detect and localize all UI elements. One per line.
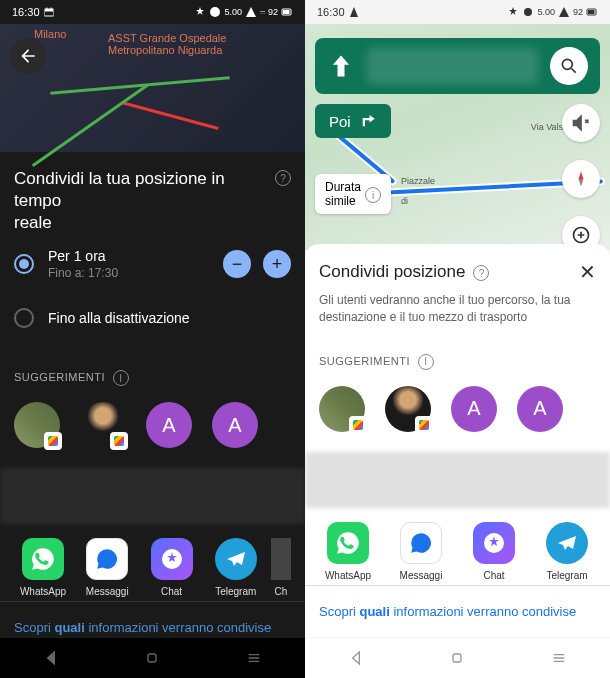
map-area[interactable]: Via Valsolda Piazzale Santorre di Poi Du… (305, 24, 610, 250)
more-icon (271, 538, 291, 580)
avatar[interactable] (14, 402, 60, 448)
maps-badge-icon (110, 432, 128, 450)
mute-icon (571, 113, 591, 133)
app-whatsapp[interactable]: WhatsApp (14, 538, 72, 597)
telegram-icon (546, 522, 588, 564)
map-label-hospital: ASST Grande Ospedale Metropolitano Nigua… (108, 32, 226, 56)
android-nav (305, 638, 610, 678)
increase-button[interactable]: + (263, 250, 291, 278)
map-label-milano: Milano (34, 28, 66, 40)
suggestions-header: SUGGERIMENTI i (14, 368, 291, 386)
screen-light: 16:30 5.00 92 Via Valsolda Piazzale Sant… (305, 0, 610, 678)
svg-rect-1 (283, 10, 290, 14)
suggestions-header: SUGGERIMENTI i (319, 352, 596, 370)
maps-badge-icon (415, 416, 433, 434)
search-button[interactable] (550, 47, 588, 85)
status-bar: 16:30 5.00 ⎓ 92 (0, 0, 305, 24)
app-chat[interactable]: Chat (143, 538, 201, 597)
avatar[interactable] (385, 386, 431, 432)
chat-icon (151, 538, 193, 580)
app-messaggi[interactable]: Messaggi (78, 538, 136, 597)
nav-recent[interactable] (242, 646, 266, 670)
status-time: 16:30 (317, 6, 345, 18)
svg-rect-8 (453, 654, 461, 662)
telegram-icon (215, 538, 257, 580)
turn-right-icon (359, 112, 377, 130)
app-telegram[interactable]: Telegram (207, 538, 265, 597)
svg-point-3 (524, 8, 532, 16)
app-telegram[interactable]: Telegram (538, 522, 596, 581)
arrow-up-icon (327, 52, 355, 80)
footer-link[interactable]: Scopri quali informazioni verranno condi… (305, 585, 610, 637)
apps-row: WhatsApp Messaggi Chat Telegram Ch (14, 524, 291, 601)
share-sheet: Condividi la tua posizione in tempo real… (0, 152, 305, 653)
avatar-row: A A (14, 398, 291, 458)
radio-checked[interactable] (14, 254, 34, 274)
back-button[interactable] (10, 38, 46, 74)
map-area[interactable]: Milano ASST Grande Ospedale Metropolitan… (0, 24, 305, 152)
redacted-strip (305, 452, 610, 508)
redacted-strip (0, 468, 305, 524)
redacted (367, 48, 538, 84)
nav-back[interactable] (39, 646, 63, 670)
durata-chip[interactable]: Durata simile i (315, 174, 391, 214)
app-messaggi[interactable]: Messaggi (392, 522, 450, 581)
message-icon (86, 538, 128, 580)
app-whatsapp[interactable]: WhatsApp (319, 522, 377, 581)
status-bar: 16:30 5.00 92 (305, 0, 610, 24)
svg-point-6 (562, 59, 572, 69)
speech-plus-icon (571, 225, 591, 245)
nav-recent[interactable] (547, 646, 571, 670)
option-duration-1h[interactable]: Per 1 ora Fino a: 17:30 − + (14, 234, 291, 294)
info-icon[interactable]: i (365, 187, 381, 203)
nav-home[interactable] (445, 646, 469, 670)
app-more[interactable]: Ch (271, 538, 291, 597)
compass-button[interactable] (562, 160, 600, 198)
compass-icon (571, 169, 591, 189)
sheet-title: Condividi posizione ? (319, 262, 489, 282)
option-until-off[interactable]: Fino alla disattivazione (14, 294, 291, 342)
close-button[interactable]: ✕ (579, 260, 596, 284)
screen-dark: 16:30 5.00 ⎓ 92 Milano ASST Grande Osped… (0, 0, 305, 678)
nav-home[interactable] (140, 646, 164, 670)
message-icon (400, 522, 442, 564)
whatsapp-icon (22, 538, 64, 580)
avatar[interactable]: A (146, 402, 192, 448)
whatsapp-icon (327, 522, 369, 564)
app-chat[interactable]: Chat (465, 522, 523, 581)
share-sheet: Condividi posizione ? ✕ Gli utenti vedra… (305, 244, 610, 637)
info-icon[interactable]: i (113, 370, 129, 386)
avatar[interactable]: A (517, 386, 563, 432)
status-time: 16:30 (12, 6, 40, 18)
android-nav (0, 638, 305, 678)
sheet-description: Gli utenti vedranno anche il tuo percors… (319, 292, 596, 326)
maps-badge-icon (349, 416, 367, 434)
avatar[interactable] (80, 402, 126, 448)
chat-icon (473, 522, 515, 564)
avatar-row: A A (319, 382, 596, 442)
radio-unchecked[interactable] (14, 308, 34, 328)
poi-chip[interactable]: Poi (315, 104, 391, 138)
sheet-title: Condividi la tua posizione in tempo real… (14, 168, 291, 234)
svg-rect-2 (148, 654, 156, 662)
mute-button[interactable] (562, 104, 600, 142)
nav-banner (315, 38, 600, 94)
status-battery: 92 (573, 7, 583, 17)
svg-rect-5 (588, 10, 595, 14)
avatar[interactable]: A (212, 402, 258, 448)
maps-badge-icon (44, 432, 62, 450)
apps-row: WhatsApp Messaggi Chat Telegram (319, 508, 596, 585)
info-icon[interactable]: ? (275, 170, 291, 186)
decrease-button[interactable]: − (223, 250, 251, 278)
status-battery: 92 (268, 7, 278, 17)
info-icon[interactable]: i (418, 354, 434, 370)
avatar[interactable]: A (451, 386, 497, 432)
info-icon[interactable]: ? (473, 265, 489, 281)
avatar[interactable] (319, 386, 365, 432)
nav-back[interactable] (344, 646, 368, 670)
